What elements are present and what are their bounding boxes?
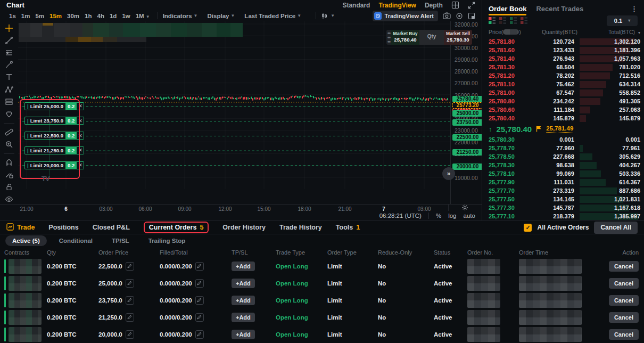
limit-order-qty[interactable]: 0.2 (65, 102, 77, 110)
subtab-conditional[interactable]: Conditional (52, 235, 100, 246)
timeframe-1m[interactable]: 1m (19, 12, 33, 20)
bid-row[interactable]: 25,780.300.0010.001 (482, 135, 644, 144)
add-tpsl-button[interactable]: +Add (232, 279, 255, 288)
all-active-orders-checkbox[interactable]: ✓ (524, 224, 532, 232)
precision-select[interactable]: 0.1▾ (607, 15, 638, 26)
ask-row[interactable]: 25,781.60123.4331,181.396 (482, 46, 644, 54)
close-icon[interactable]: ✕ (77, 161, 84, 169)
ask-row[interactable]: 25,781.2078.202712.516 (482, 71, 644, 80)
close-icon[interactable]: ✕ (77, 132, 84, 140)
view-mode-depth[interactable]: Depth (425, 2, 443, 9)
bid-row[interactable]: 25,777.10218.3791,385.997 (482, 212, 644, 220)
limit-order-tag[interactable]: |Limit 23,750.00.2✕ (24, 117, 84, 125)
market-buy-button[interactable]: Market Buy 25,780.40 (391, 30, 419, 45)
bid-row[interactable]: 25,777.70273.319887.686 (482, 186, 644, 195)
zoom-in-tool[interactable] (3, 140, 15, 149)
edit-qty-button[interactable] (195, 279, 204, 288)
ask-row[interactable]: 25,781.1075.462634.314 (482, 80, 644, 88)
tab-trade[interactable]: Trade (6, 223, 35, 232)
price-axis[interactable]: 32000.0031000.0030000.0029000.0028000.00… (450, 21, 482, 204)
limit-order-tag[interactable]: |Limit 21,250.00.2✕ (24, 146, 84, 154)
view-mode-standard[interactable]: Standard (342, 2, 370, 9)
limit-order-qty[interactable]: 0.2 (65, 117, 77, 125)
tab-order-book[interactable]: Order Book (489, 5, 527, 13)
timeframe-1s[interactable]: 1s (6, 12, 19, 20)
fullscreen-icon[interactable] (468, 2, 475, 9)
edit-price-button[interactable] (126, 279, 134, 288)
timeframe-15m[interactable]: 15m (47, 12, 64, 20)
lock-all-drawings-tool[interactable] (3, 183, 15, 192)
axis-settings[interactable] (448, 205, 482, 211)
edit-qty-button[interactable] (195, 330, 204, 339)
timeframe-1w[interactable]: 1w (119, 12, 133, 20)
tradingview-alert-button[interactable]: TradingView Alert (373, 11, 438, 21)
qty-field[interactable]: Qty (419, 30, 444, 45)
target-icon[interactable] (456, 12, 463, 20)
bid-row[interactable]: 25,777.90111.031614.367 (482, 178, 644, 186)
ask-row[interactable]: 25,781.3068.504781.020 (482, 63, 644, 71)
scale-log[interactable]: log (448, 213, 456, 219)
limit-order-qty[interactable]: 0.2 (65, 132, 77, 140)
subtab-trailing-stop[interactable]: Trailing Stop (142, 235, 193, 246)
ruler-tool[interactable] (3, 128, 15, 137)
close-icon[interactable]: ✕ (77, 102, 84, 110)
tab-tools[interactable]: Tools1 (336, 224, 360, 231)
timeframe-1d[interactable]: 1d (107, 12, 119, 20)
subtab-tp-sl[interactable]: TP/SL (105, 235, 136, 246)
book-view-buy-icon[interactable] (510, 17, 517, 24)
add-tpsl-button[interactable]: +Add (232, 296, 255, 305)
edit-price-button[interactable] (126, 262, 134, 271)
trend-line-tool[interactable] (3, 36, 15, 45)
magnet-tool[interactable] (3, 158, 15, 167)
bid-row[interactable]: 25,777.50134.1451,021.831 (482, 195, 644, 203)
ask-row[interactable]: 25,780.80234.242491.305 (482, 97, 644, 105)
bid-row[interactable]: 25,777.30145.7871,167.618 (482, 203, 644, 212)
time-axis[interactable]: 21:00603:0006:0009:0012:0015:0018:0021:0… (0, 204, 482, 211)
panel-layout-icon[interactable] (468, 12, 475, 20)
ask-row[interactable]: 25,781.80120.7241,302.120 (482, 37, 644, 46)
horizontal-lines-tool[interactable] (3, 48, 15, 58)
timeframe-4h[interactable]: 4h (95, 12, 107, 20)
long-position-tool[interactable] (3, 97, 15, 107)
menu-display[interactable]: Display▼ (208, 13, 235, 19)
ask-row[interactable]: 25,781.0067.547558.852 (482, 88, 644, 97)
crosshair-tool[interactable] (3, 24, 15, 33)
mark-price[interactable]: 25,781.49 (546, 125, 573, 133)
bid-row[interactable]: 25,778.50227.668305.629 (482, 152, 644, 161)
timeframe-dropdown[interactable]: 1M▼ (133, 12, 153, 20)
cancel-order-button[interactable]: Cancel (609, 312, 639, 323)
edit-qty-button[interactable] (195, 262, 204, 271)
add-tpsl-button[interactable]: +Add (232, 313, 255, 322)
ask-row[interactable]: 25,780.40145.879145.879 (482, 114, 644, 123)
tab-current-orders[interactable]: Current Orders5 (144, 222, 209, 233)
cancel-order-button[interactable]: Cancel (609, 295, 639, 306)
bid-row[interactable]: 25,778.3098.638404.267 (482, 161, 644, 169)
edit-price-button[interactable] (126, 330, 134, 339)
add-tpsl-button[interactable]: +Add (232, 330, 255, 339)
book-view-sell-only-icon[interactable] (521, 17, 527, 24)
timeframe-30m[interactable]: 30m (64, 12, 82, 20)
edit-qty-button[interactable] (195, 313, 204, 322)
subtab-active-5[interactable]: Active (5) (5, 235, 47, 246)
total-column-header[interactable]: Total(BTC) ▾ (577, 29, 640, 35)
tab-order-history[interactable]: Order History (222, 224, 266, 231)
book-view-both-icon[interactable] (489, 17, 496, 24)
timeframe-5m[interactable]: 5m (32, 12, 47, 20)
close-icon[interactable]: ✕ (77, 117, 84, 125)
brush-tool[interactable] (3, 61, 15, 70)
cancel-all-button[interactable]: Cancel All (594, 222, 638, 234)
edit-price-button[interactable] (126, 313, 134, 322)
edit-price-button[interactable] (126, 296, 134, 305)
cancel-order-button[interactable]: Cancel (609, 329, 639, 340)
tab-positions[interactable]: Positions (48, 224, 78, 231)
clock[interactable]: 06:28:21 (UTC) (379, 213, 422, 219)
limit-order-tag[interactable]: |Limit 20,000.00.2✕ (24, 161, 84, 169)
hide-all-drawings-tool[interactable] (3, 195, 15, 204)
close-icon[interactable]: ✕ (77, 146, 84, 154)
bid-row[interactable]: 25,778.7077.96077.961 (482, 144, 644, 152)
camera-icon[interactable] (443, 12, 451, 19)
last-price[interactable]: 25,780.40 (496, 125, 532, 134)
cancel-order-button[interactable]: Cancel (609, 261, 639, 272)
market-sell-button[interactable]: Market Sell 25,780.30 (444, 30, 472, 45)
limit-order-qty[interactable]: 0.2 (65, 161, 77, 169)
